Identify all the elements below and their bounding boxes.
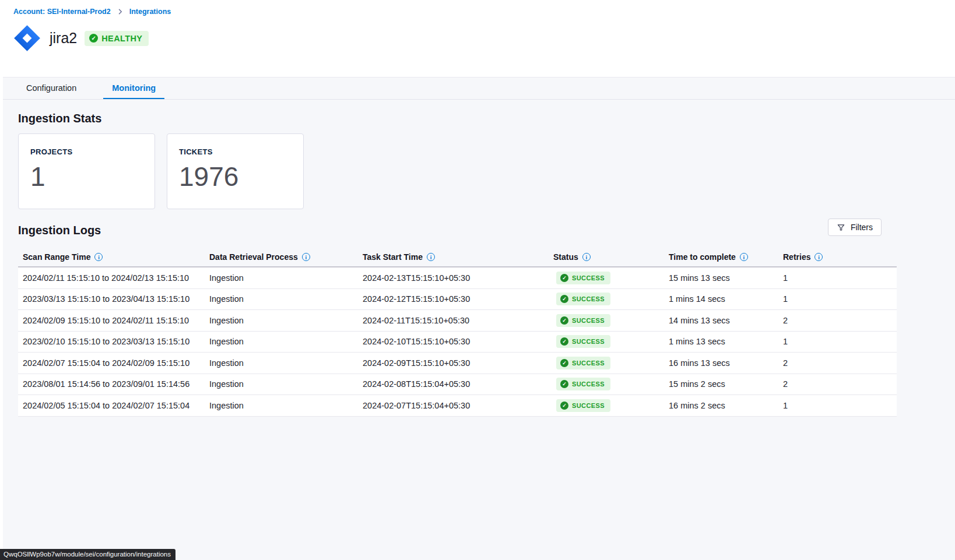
table-row: 2023/02/10 15:15:10 to 2023/03/13 15:15:… bbox=[18, 332, 897, 353]
scan-range-cell: 2024/02/07 15:15:04 to 2024/02/09 15:15:… bbox=[18, 358, 209, 368]
status-cell: SUCCESS bbox=[553, 335, 669, 348]
tab-configuration[interactable]: Configuration bbox=[17, 78, 85, 99]
stat-value: 1 bbox=[30, 163, 143, 190]
time-to-complete-cell: 15 mins 13 secs bbox=[669, 273, 783, 283]
time-to-complete-cell: 16 mins 2 secs bbox=[669, 401, 783, 410]
status-label: SUCCESS bbox=[572, 360, 605, 367]
process-cell: Ingestion bbox=[209, 273, 363, 283]
task-start-cell: 2024-02-11T15:15:10+05:30 bbox=[363, 316, 553, 325]
scan-range-cell: 2024/02/05 15:15:04 to 2024/02/07 15:15:… bbox=[18, 401, 209, 410]
breadcrumb-integrations-link[interactable]: Integrations bbox=[129, 8, 171, 16]
time-to-complete-cell: 1 mins 13 secs bbox=[669, 337, 783, 346]
ingestion-logs-title: Ingestion Logs bbox=[18, 224, 101, 237]
check-circle-icon bbox=[560, 380, 568, 388]
time-to-complete-cell: 15 mins 2 secs bbox=[669, 379, 783, 389]
page-title: jira2 bbox=[50, 30, 77, 47]
retries-cell: 2 bbox=[783, 358, 897, 368]
info-icon[interactable] bbox=[302, 253, 310, 261]
status-badge: SUCCESS bbox=[556, 399, 610, 412]
column-label: Time to complete bbox=[669, 252, 736, 262]
status-label: SUCCESS bbox=[572, 402, 605, 409]
status-badge: SUCCESS bbox=[556, 378, 610, 390]
stat-card-projects: PROJECTS 1 bbox=[18, 133, 155, 209]
check-circle-icon bbox=[560, 295, 568, 303]
status-badge: SUCCESS bbox=[556, 335, 610, 348]
check-circle-icon bbox=[560, 274, 568, 282]
integration-header: jira2 HEALTHY bbox=[12, 23, 149, 54]
retries-cell: 2 bbox=[783, 316, 897, 325]
status-badge: SUCCESS bbox=[556, 293, 610, 305]
tab-monitoring[interactable]: Monitoring bbox=[103, 78, 164, 99]
ingestion-logs-table: Scan Range Time Data Retrieval Process T… bbox=[18, 248, 897, 417]
status-label: SUCCESS bbox=[572, 317, 605, 324]
main-content: Configuration Monitoring Ingestion Stats… bbox=[3, 77, 955, 560]
column-header-time-to-complete: Time to complete bbox=[669, 252, 783, 262]
link-preview-statusbar: QwqOSllWp9ob7w/module/sei/configuration/… bbox=[0, 549, 175, 560]
stat-label: PROJECTS bbox=[30, 147, 143, 156]
retries-cell: 1 bbox=[783, 401, 897, 410]
table-row: 2024/02/05 15:15:04 to 2024/02/07 15:15:… bbox=[18, 395, 897, 417]
check-circle-icon bbox=[560, 359, 568, 367]
check-circle-icon bbox=[560, 337, 568, 346]
column-header-task-start: Task Start Time bbox=[363, 252, 553, 262]
column-header-scan-range: Scan Range Time bbox=[18, 252, 209, 262]
table-row: 2023/08/01 15:14:56 to 2023/09/01 15:14:… bbox=[18, 374, 897, 396]
info-icon[interactable] bbox=[740, 253, 748, 261]
info-icon[interactable] bbox=[94, 253, 103, 261]
column-header-retries: Retries bbox=[783, 252, 897, 262]
table-row: 2024/02/11 15:15:10 to 2024/02/13 15:15:… bbox=[18, 267, 897, 289]
ingestion-stats-cards: PROJECTS 1 TICKETS 1976 bbox=[18, 133, 955, 209]
funnel-icon bbox=[837, 223, 845, 232]
status-badge: SUCCESS bbox=[556, 314, 610, 327]
status-label: SUCCESS bbox=[572, 381, 605, 388]
status-cell: SUCCESS bbox=[553, 314, 669, 327]
time-to-complete-cell: 16 mins 13 secs bbox=[669, 358, 783, 368]
filters-button-label: Filters bbox=[851, 223, 873, 232]
scan-range-cell: 2023/08/01 15:14:56 to 2023/09/01 15:14:… bbox=[18, 379, 209, 389]
check-circle-icon bbox=[560, 401, 568, 410]
check-circle-icon bbox=[560, 316, 568, 325]
task-start-cell: 2024-02-12T15:15:10+05:30 bbox=[363, 294, 553, 304]
task-start-cell: 2024-02-10T15:15:10+05:30 bbox=[363, 337, 553, 346]
info-icon[interactable] bbox=[427, 253, 435, 261]
column-header-process: Data Retrieval Process bbox=[209, 252, 363, 262]
column-header-status: Status bbox=[553, 252, 669, 262]
task-start-cell: 2024-02-07T15:15:04+05:30 bbox=[363, 401, 553, 410]
process-cell: Ingestion bbox=[209, 379, 363, 389]
task-start-cell: 2024-02-09T15:15:10+05:30 bbox=[363, 358, 553, 368]
scan-range-cell: 2024/02/11 15:15:10 to 2024/02/13 15:15:… bbox=[18, 273, 209, 283]
column-label: Scan Range Time bbox=[23, 252, 90, 262]
column-label: Task Start Time bbox=[363, 252, 423, 262]
time-to-complete-cell: 1 mins 14 secs bbox=[669, 294, 783, 304]
integration-monitoring-page: Account: SEI-Internal-Prod2 Integrations… bbox=[0, 0, 955, 560]
status-cell: SUCCESS bbox=[553, 293, 669, 305]
check-circle-icon bbox=[89, 34, 98, 43]
logs-table-header: Scan Range Time Data Retrieval Process T… bbox=[18, 248, 897, 267]
process-cell: Ingestion bbox=[209, 337, 363, 346]
scan-range-cell: 2023/02/10 15:15:10 to 2023/03/13 15:15:… bbox=[18, 337, 209, 346]
column-label: Data Retrieval Process bbox=[209, 252, 298, 262]
status-cell: SUCCESS bbox=[553, 272, 669, 284]
health-status-badge: HEALTHY bbox=[85, 31, 149, 46]
info-icon[interactable] bbox=[582, 253, 591, 261]
task-start-cell: 2024-02-08T15:15:04+05:30 bbox=[363, 379, 553, 389]
breadcrumb-account-link[interactable]: Account: SEI-Internal-Prod2 bbox=[13, 8, 111, 16]
table-row: 2024/02/07 15:15:04 to 2024/02/09 15:15:… bbox=[18, 353, 897, 374]
chevron-right-icon bbox=[117, 8, 124, 15]
status-cell: SUCCESS bbox=[553, 399, 669, 412]
jira-logo-icon bbox=[12, 23, 43, 54]
status-badge: SUCCESS bbox=[556, 357, 610, 369]
breadcrumb: Account: SEI-Internal-Prod2 Integrations bbox=[13, 8, 171, 16]
filters-button[interactable]: Filters bbox=[828, 219, 882, 236]
process-cell: Ingestion bbox=[209, 294, 363, 304]
column-label: Status bbox=[553, 252, 578, 262]
ingestion-logs-header: Ingestion Logs Filters bbox=[18, 221, 897, 240]
stat-value: 1976 bbox=[179, 163, 292, 190]
tab-bar: Configuration Monitoring bbox=[3, 78, 955, 100]
retries-cell: 1 bbox=[783, 294, 897, 304]
column-label: Retries bbox=[783, 252, 810, 262]
time-to-complete-cell: 14 mins 13 secs bbox=[669, 316, 783, 325]
info-icon[interactable] bbox=[814, 253, 823, 261]
retries-cell: 1 bbox=[783, 337, 897, 346]
logs-table-body: 2024/02/11 15:15:10 to 2024/02/13 15:15:… bbox=[18, 267, 897, 417]
